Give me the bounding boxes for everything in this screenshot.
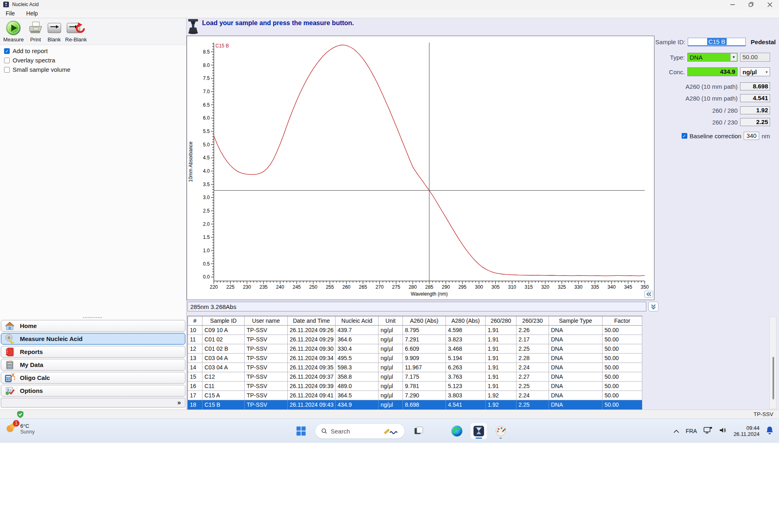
conc-row: Conc. 434.9 ng/µl ▾	[669, 67, 770, 76]
close-button[interactable]	[760, 0, 779, 9]
panel-splitter-handle[interactable]	[83, 317, 102, 319]
chart-collapse-button[interactable]	[644, 291, 653, 298]
svg-text:340: 340	[607, 284, 615, 290]
small-sample-volume-option[interactable]: Small sample volume	[4, 66, 71, 73]
add-to-report-option[interactable]: ✓ Add to report	[4, 47, 71, 54]
svg-text:295: 295	[458, 284, 467, 290]
tray-chevron-up-icon[interactable]	[674, 427, 679, 435]
column-header[interactable]: Factor	[603, 316, 642, 326]
start-button[interactable]	[293, 423, 309, 439]
svg-text:2.0: 2.0	[203, 221, 210, 227]
search-input[interactable]: Search	[315, 423, 405, 439]
column-header[interactable]: User name	[245, 316, 288, 326]
type-select[interactable]: DNA ▼	[687, 53, 738, 62]
notification-bell-icon[interactable]	[766, 426, 773, 436]
ratio-260-280-label: 260 / 280	[712, 107, 738, 114]
measure-button[interactable]: Measure	[3, 20, 24, 44]
sidebar-item-options[interactable]: Options	[1, 385, 185, 397]
svg-text:8.0: 8.0	[203, 62, 210, 68]
language-indicator[interactable]: FRA	[686, 428, 697, 434]
sidebar-item-oligo-calc[interactable]: Oligo Calc	[1, 372, 185, 384]
table-row[interactable]: 15C12TP-SSV26.11.2024 09:37358.8ng/µl7.1…	[188, 372, 642, 382]
svg-text:0.5: 0.5	[203, 261, 210, 267]
sample-info-panel: Sample ID: C15 B Pedestal Type: DNA ▼ 50…	[654, 18, 779, 410]
svg-text:7.0: 7.0	[203, 89, 210, 94]
measure-nucleic-acid-icon	[4, 334, 15, 344]
column-header[interactable]: Sample Type	[549, 316, 603, 326]
add-to-report-checkbox[interactable]: ✓	[4, 48, 10, 54]
conc-unit-select[interactable]: ng/µl ▾	[740, 67, 770, 76]
column-header[interactable]: 260/280	[486, 316, 516, 326]
table-row[interactable]: 10C09 10 ATP-SSV26.11.2024 09:26439.7ng/…	[188, 326, 642, 335]
menu-help[interactable]: Help	[21, 10, 44, 17]
clock[interactable]: 09:44 26.11.2024	[734, 425, 760, 437]
svg-text:0.0: 0.0	[203, 274, 210, 280]
minimize-icon	[730, 2, 735, 7]
svg-text:245: 245	[293, 284, 301, 290]
ratio-260-230-row: 260 / 230 2.25	[712, 118, 770, 126]
table-row[interactable]: 18C15 BTP-SSV26.11.2024 09:43434.9ng/µl8…	[188, 400, 642, 410]
ratio-260-230-field: 2.25	[740, 118, 770, 126]
search-icon	[321, 428, 327, 434]
table-row[interactable]: 14C03 04 ATP-SSV26.11.2024 09:35598.3ng/…	[188, 363, 642, 372]
minimize-button[interactable]	[723, 0, 742, 9]
column-header[interactable]: #	[188, 316, 202, 326]
restore-button[interactable]	[742, 0, 760, 9]
table-header-row: #Sample IDUser nameDate and TimeNucleic …	[188, 316, 642, 326]
weather-condition: Sunny	[20, 429, 34, 435]
svg-text:235: 235	[260, 284, 268, 290]
overlay-spectra-checkbox[interactable]	[4, 58, 10, 63]
type-row: Type: DNA ▼ 50.00	[670, 53, 770, 62]
app-statusbar: TP-SSV	[0, 410, 779, 418]
column-header[interactable]: Date and Time	[288, 316, 336, 326]
reblank-button[interactable]: Re-Blank	[65, 20, 87, 44]
sidebar-item-home[interactable]: Home	[1, 320, 185, 332]
nucleic-acid-taskbar-button[interactable]	[471, 423, 487, 439]
sidebar-expand-icon[interactable]: »	[177, 399, 181, 406]
table-row[interactable]: 11C01 02TP-SSV26.11.2024 09:29364.6ng/µl…	[188, 335, 642, 344]
weather-widget[interactable]: 1 6°C Sunny	[6, 422, 34, 435]
baseline-correction-checkbox[interactable]: ✓	[682, 133, 687, 139]
table-row[interactable]: 17C15 ATP-SSV26.11.2024 09:41364.5ng/µl7…	[188, 391, 642, 400]
table-row[interactable]: 16C11TP-SSV26.11.2024 09:39489.0ng/µl9.7…	[188, 382, 642, 391]
blank-button[interactable]: Blank	[47, 20, 61, 44]
sample-id-input[interactable]: C15 B	[688, 38, 746, 46]
column-header[interactable]: Nucleic Acid	[336, 316, 379, 326]
svg-text:350: 350	[641, 284, 649, 290]
results-table: #Sample IDUser nameDate and TimeNucleic …	[187, 316, 642, 410]
svg-text:3.5: 3.5	[203, 182, 210, 187]
home-icon	[4, 321, 15, 331]
svg-text:315: 315	[525, 284, 533, 290]
paint-icon	[495, 425, 507, 437]
tray-date: 26.11.2024	[734, 431, 760, 437]
type-label: Type:	[670, 54, 685, 61]
measure-icon	[6, 20, 21, 36]
overlay-spectra-option[interactable]: Overlay spectra	[4, 57, 71, 64]
column-header[interactable]: Unit	[379, 316, 403, 326]
column-header[interactable]: 260/230	[516, 316, 549, 326]
column-header[interactable]: A260 (Abs)	[403, 316, 446, 326]
small-sample-volume-checkbox[interactable]	[4, 67, 10, 73]
table-row[interactable]: 12C01 02 BTP-SSV26.11.2024 09:30330.4ng/…	[188, 344, 642, 354]
volume-icon[interactable]	[719, 427, 727, 435]
measure-options: ✓ Add to report Overlay spectra Small sa…	[4, 47, 71, 73]
edge-taskbar-button[interactable]	[449, 423, 465, 439]
sidebar-item-reports[interactable]: Reports	[1, 346, 185, 358]
print-button[interactable]: Print	[28, 20, 43, 44]
column-header[interactable]: A280 (Abs)	[446, 316, 486, 326]
menu-file[interactable]: File	[0, 10, 21, 17]
sidebar-item-measure-nucleic-acid[interactable]: Measure Nucleic Acid	[1, 333, 185, 345]
svg-text:345: 345	[624, 284, 632, 290]
sidebar-item-my-data[interactable]: My Data	[1, 359, 185, 371]
table-row[interactable]: 13C03 04 ATP-SSV26.11.2024 09:34495.5ng/…	[188, 354, 642, 363]
baseline-wavelength-field[interactable]: 340	[744, 132, 759, 140]
sun-icon: 1	[6, 422, 17, 435]
instrument-icon	[187, 19, 199, 36]
svg-text:10mm Absorbance: 10mm Absorbance	[188, 142, 194, 182]
network-icon[interactable]	[704, 427, 712, 435]
task-view-button[interactable]	[411, 423, 427, 439]
toolbar: Measure Print Blank Re-Blank	[0, 18, 186, 45]
paint-taskbar-button[interactable]	[493, 423, 509, 439]
type-dropdown-icon[interactable]: ▼	[730, 54, 737, 61]
column-header[interactable]: Sample ID	[202, 316, 245, 326]
